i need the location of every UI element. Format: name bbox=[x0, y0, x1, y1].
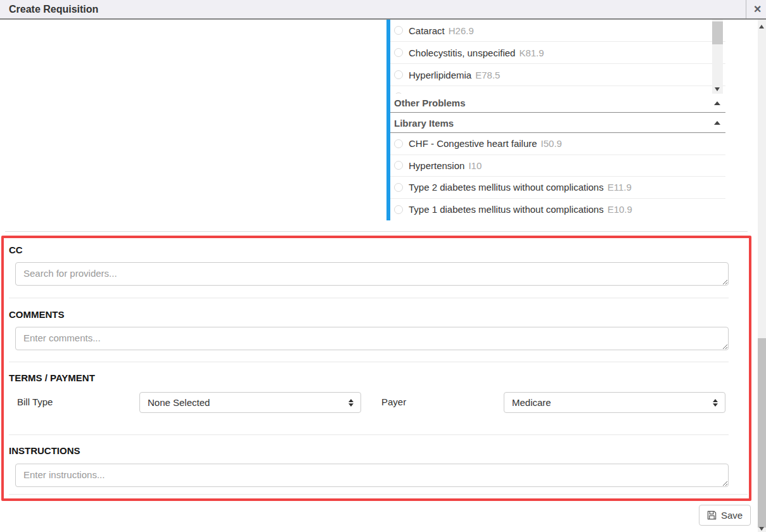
close-icon[interactable]: × bbox=[749, 0, 766, 18]
library-items-list: CHF - Congestive heart failure I50.9 Hyp… bbox=[390, 133, 725, 220]
radio-button[interactable] bbox=[394, 70, 403, 79]
payer-select[interactable]: Medicare bbox=[504, 392, 725, 413]
cc-label: CC bbox=[9, 244, 23, 255]
problems-panel: Cataract H26.9 Cholecystitis, unspecifie… bbox=[386, 20, 725, 220]
problem-row[interactable]: Cataract H26.9 bbox=[390, 20, 725, 42]
scroll-down-arrow-icon[interactable] bbox=[759, 527, 764, 531]
problem-label: CHF - Congestive heart failure bbox=[409, 138, 537, 149]
divider bbox=[9, 434, 729, 435]
radio-button[interactable] bbox=[394, 161, 403, 170]
radio-button[interactable] bbox=[394, 205, 403, 214]
bill-type-value: None Selected bbox=[148, 397, 210, 408]
collapse-up-icon[interactable] bbox=[714, 101, 720, 105]
problem-label: Hyperlipidemia bbox=[409, 70, 471, 80]
save-icon bbox=[707, 510, 717, 520]
instructions-input[interactable] bbox=[15, 464, 729, 487]
modal-header: Create Requisition × bbox=[0, 0, 766, 20]
problem-label: Type 1 diabetes mellitus without complic… bbox=[409, 204, 604, 215]
radio-button[interactable] bbox=[394, 26, 403, 35]
problem-row[interactable]: Hyperlipidemia E78.5 bbox=[390, 64, 725, 86]
header-divider bbox=[746, 0, 746, 18]
save-button[interactable]: Save bbox=[699, 505, 751, 526]
scroll-down-arrow-icon[interactable] bbox=[715, 87, 720, 91]
section-header-label: Library Items bbox=[394, 118, 454, 129]
inner-scrollbar[interactable] bbox=[712, 20, 723, 94]
problem-row[interactable]: Cholecystitis, unspecified K81.9 bbox=[390, 42, 725, 64]
select-arrows-icon bbox=[713, 399, 718, 407]
inner-scrollbar-thumb[interactable] bbox=[712, 22, 723, 44]
create-requisition-modal: Create Requisition × Cataract H26.9 Chol… bbox=[0, 0, 766, 532]
problem-code: E11.9 bbox=[608, 182, 632, 193]
problem-label: Hypertension bbox=[409, 160, 464, 171]
section-header-library-items[interactable]: Library Items bbox=[390, 113, 725, 133]
problem-code: I10 bbox=[468, 160, 482, 171]
problem-code: E78.5 bbox=[475, 70, 500, 80]
problem-row[interactable]: Hypertension I10 bbox=[390, 86, 725, 94]
collapse-up-icon[interactable] bbox=[714, 121, 720, 125]
bill-type-select[interactable]: None Selected bbox=[139, 392, 361, 413]
bill-type-label: Bill Type bbox=[17, 396, 53, 407]
divider bbox=[5, 231, 748, 232]
cc-search-input[interactable] bbox=[15, 262, 729, 286]
problem-label: Type 2 diabetes mellitus without complic… bbox=[409, 182, 604, 193]
problem-code: E10.9 bbox=[608, 204, 632, 215]
divider bbox=[9, 494, 748, 495]
problem-label: Cholecystitis, unspecified bbox=[409, 48, 515, 58]
save-button-label: Save bbox=[721, 510, 743, 521]
terms-payment-label: TERMS / PAYMENT bbox=[9, 372, 95, 383]
library-item-row[interactable]: Type 2 diabetes mellitus without complic… bbox=[390, 177, 725, 199]
radio-button[interactable] bbox=[394, 139, 403, 148]
divider bbox=[9, 362, 729, 362]
outer-scrollbar-thumb[interactable] bbox=[758, 338, 766, 528]
radio-button[interactable] bbox=[394, 183, 403, 192]
problem-code: I50.9 bbox=[541, 138, 562, 149]
section-header-other-problems[interactable]: Other Problems bbox=[390, 94, 725, 113]
outer-scrollbar[interactable] bbox=[758, 20, 766, 532]
problem-label: Cataract bbox=[409, 25, 445, 36]
payer-label: Payer bbox=[381, 396, 406, 407]
instructions-label: INSTRUCTIONS bbox=[9, 445, 80, 456]
library-item-row[interactable]: CHF - Congestive heart failure I50.9 bbox=[390, 133, 725, 155]
section-header-label: Other Problems bbox=[394, 98, 466, 108]
divider bbox=[9, 298, 729, 298]
modal-title: Create Requisition bbox=[9, 0, 98, 18]
problem-code: K81.9 bbox=[519, 48, 544, 58]
problem-code: H26.9 bbox=[449, 25, 474, 36]
radio-button[interactable] bbox=[394, 48, 403, 57]
select-arrows-icon bbox=[348, 399, 354, 407]
scroll-up-arrow-icon[interactable] bbox=[759, 25, 764, 28]
library-item-row[interactable]: Hypertension I10 bbox=[390, 155, 725, 177]
problems-scroll-list[interactable]: Cataract H26.9 Cholecystitis, unspecifie… bbox=[390, 20, 725, 94]
payer-value: Medicare bbox=[512, 397, 551, 408]
comments-input[interactable] bbox=[15, 327, 729, 350]
library-item-row[interactable]: Type 1 diabetes mellitus without complic… bbox=[390, 199, 725, 221]
comments-label: COMMENTS bbox=[9, 309, 65, 320]
